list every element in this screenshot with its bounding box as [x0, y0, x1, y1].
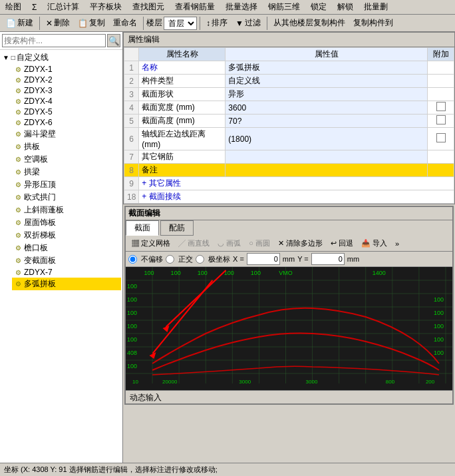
- clear-icon: ✕: [278, 239, 284, 247]
- gear-icon-4: ⚙: [13, 97, 23, 106]
- row-value[interactable]: [226, 150, 428, 164]
- status-bar: 坐标 (X: 4308 Y: 91 选择钢筋进行编辑，选择标注进行修改或移动;: [0, 463, 455, 476]
- svg-text:100: 100: [434, 296, 444, 303]
- tree-item-shangxie[interactable]: ⚙ 上斜雨蓬板: [12, 204, 121, 216]
- clear-polygon-button[interactable]: ✕ 清除多边形: [275, 237, 326, 250]
- gear-icon-3: ⚙: [13, 86, 23, 95]
- svg-text:3000: 3000: [239, 379, 251, 385]
- menu-item-find[interactable]: 查找图元: [130, 1, 167, 13]
- tree-item-bianjie[interactable]: ⚙ 变截面板: [12, 254, 121, 267]
- draw-circle-button[interactable]: ○ 画圆: [245, 237, 273, 250]
- gear-icon-5: ⚙: [13, 107, 23, 117]
- non-polar-radio[interactable]: [128, 255, 137, 264]
- svg-text:100: 100: [171, 270, 181, 276]
- menu-item-batch-select[interactable]: 批量选择: [223, 1, 260, 13]
- tree-item-shuangzhe[interactable]: ⚙ 双折梯板: [12, 229, 121, 242]
- tree-item-yankou[interactable]: ⚙ 檐口板: [12, 242, 121, 254]
- menu-item-view-rebar[interactable]: 查看钢筋量: [172, 1, 218, 13]
- tree-item-oushi[interactable]: ⚙ 欧式拱门: [12, 191, 121, 204]
- tree-item-label: 屋面饰板: [24, 217, 56, 228]
- more-button[interactable]: »: [392, 238, 402, 249]
- dynamic-input-label: 动态输入: [130, 393, 162, 402]
- tree-item-loudoubei[interactable]: ⚙ 漏斗梁壁: [12, 128, 121, 140]
- sort-button[interactable]: ↕ 排序: [203, 16, 231, 30]
- floor-select[interactable]: 首层: [164, 17, 197, 30]
- menu-item-panel[interactable]: 平齐板块: [87, 1, 124, 13]
- draw-arc-button[interactable]: ◡ 画弧: [214, 237, 244, 250]
- tab-section[interactable]: 截面: [126, 220, 159, 236]
- menu-item-unlock[interactable]: 解锁: [335, 1, 356, 13]
- row-value[interactable]: 自定义线: [226, 75, 428, 88]
- row-value[interactable]: 3600: [226, 101, 428, 115]
- separator-1: [39, 17, 40, 30]
- tree-root-label[interactable]: ▼ □ 自定义线: [1, 51, 121, 64]
- menu-item-rebar-3d[interactable]: 钢筋三维: [265, 1, 303, 13]
- svg-text:1400: 1400: [373, 270, 386, 276]
- new-button[interactable]: 📄 新建: [3, 16, 37, 30]
- menu-item-calc[interactable]: 汇总计算: [45, 1, 82, 13]
- row-value-input[interactable]: [226, 164, 428, 177]
- tree-item-zdyx1[interactable]: ⚙ ZDYX-1: [12, 64, 121, 75]
- tree-item-duohu[interactable]: ⚙ 多弧拼板: [12, 278, 121, 290]
- gear-icon-11: ⚙: [13, 180, 23, 190]
- row-name[interactable]: + 截面接续: [139, 190, 454, 204]
- tree-item-zdyx4[interactable]: ⚙ ZDYX-4: [12, 96, 121, 107]
- menu-item-draw[interactable]: 绘图: [3, 1, 24, 13]
- menu-item-sigma[interactable]: Σ: [29, 2, 39, 13]
- undo-button[interactable]: ↩ 回退: [327, 237, 357, 250]
- menu-item-batch-del[interactable]: 批量删: [361, 1, 390, 13]
- rename-button[interactable]: 重命名: [110, 16, 140, 30]
- row-attach: [428, 164, 454, 177]
- right-panel: 属性编辑 属性名称 属性值 附加 1 名称 多弧拼板: [123, 32, 455, 463]
- copy-to-button[interactable]: 复制构件到: [350, 16, 396, 30]
- checkbox[interactable]: [436, 133, 446, 142]
- remark-input[interactable]: [228, 166, 404, 175]
- tree-item-label: ZDYX-1: [24, 65, 53, 74]
- tree-item-gongban[interactable]: ⚙ 拱板: [12, 140, 121, 153]
- checkbox[interactable]: [436, 102, 446, 111]
- polar-radio[interactable]: [196, 255, 204, 264]
- tree-item-zdyx6[interactable]: ⚙ ZDYX-6: [12, 117, 121, 128]
- tree-item-zdyx7[interactable]: ⚙ ZDYX-7: [12, 267, 121, 278]
- canvas-area[interactable]: 100 100 100 100 100 VMO 1400 100 100 100…: [126, 267, 452, 390]
- tree-item-label: ZDYX-6: [24, 118, 53, 127]
- search-input[interactable]: [2, 34, 106, 47]
- menu-bar: 绘图 Σ 汇总计算 平齐板块 查找图元 查看钢筋量 批量选择 钢筋三维 锁定 解…: [0, 0, 455, 15]
- svg-text:3000: 3000: [306, 379, 318, 385]
- row-value[interactable]: 异形: [226, 88, 428, 101]
- y-input[interactable]: [311, 253, 345, 265]
- gear-icon-9: ⚙: [13, 155, 23, 164]
- section-canvas: 100 100 100 100 100 VMO 1400 100 100 100…: [126, 267, 452, 390]
- row-value[interactable]: 70?: [226, 115, 428, 128]
- properties-table: 属性名称 属性值 附加 1 名称 多弧拼板 2 构件类型: [124, 47, 454, 204]
- define-grid-button[interactable]: ▦ 定义网格: [128, 237, 174, 250]
- menu-item-lock[interactable]: 锁定: [308, 1, 329, 13]
- import-button[interactable]: 📥 导入: [358, 237, 390, 250]
- layer-label: 楼层: [146, 17, 162, 29]
- filter-button[interactable]: ▼ 过滤: [232, 16, 264, 30]
- copy-button[interactable]: 📋 复制: [75, 16, 108, 30]
- tree-item-kongtiao[interactable]: ⚙ 空调板: [12, 153, 121, 166]
- search-button[interactable]: 🔍: [107, 34, 120, 47]
- tree-item-zdyx5[interactable]: ⚙ ZDYX-5: [12, 107, 121, 117]
- tree-item-zdyx2[interactable]: ⚙ ZDYX-2: [12, 75, 121, 85]
- row-value[interactable]: 多弧拼板: [226, 61, 428, 75]
- tree-item-wumian[interactable]: ⚙ 屋面饰板: [12, 216, 121, 229]
- row-name: 截面形状: [139, 88, 226, 101]
- delete-button[interactable]: ✕ 删除: [43, 16, 73, 30]
- orthogonal-radio[interactable]: [166, 255, 174, 264]
- tree-item-yixing[interactable]: ⚙ 异形压顶: [12, 178, 121, 191]
- copy-from-button[interactable]: 从其他楼层复制构件: [270, 16, 349, 30]
- x-input[interactable]: [247, 253, 280, 265]
- row-value[interactable]: (1800): [226, 128, 428, 150]
- draw-line-button[interactable]: ╱ 画直线: [175, 237, 213, 250]
- tree-item-zdyx3[interactable]: ⚙ ZDYX-3: [12, 85, 121, 96]
- tree-item-gongliang[interactable]: ⚙ 拱梁: [12, 166, 121, 178]
- row-name[interactable]: + 其它属性: [139, 177, 454, 190]
- row-num: 6: [124, 128, 139, 150]
- gear-icon-2: ⚙: [13, 75, 23, 85]
- checkbox[interactable]: [436, 115, 446, 124]
- line-icon: ╱: [178, 239, 186, 247]
- tab-rebar[interactable]: 配筋: [160, 220, 194, 236]
- gear-icon-7: ⚙: [13, 130, 23, 139]
